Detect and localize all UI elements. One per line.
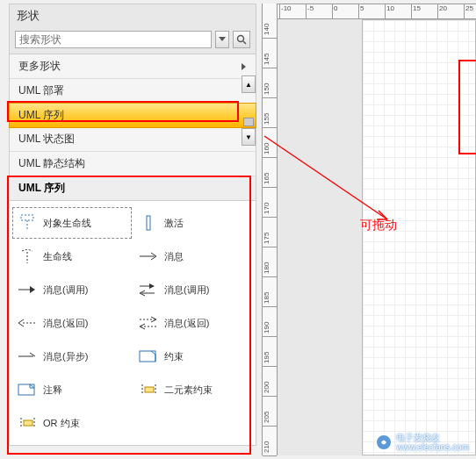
stencil-label: UML 部署 (18, 83, 64, 98)
ruler-tick: 195 (263, 349, 277, 367)
lifeline-icon (17, 247, 38, 266)
stencil-label: UML 静态结构 (18, 156, 85, 171)
shape-activation[interactable]: 激活 (134, 208, 252, 238)
stencil-item-3[interactable]: UML 静态结构 (10, 152, 256, 176)
shape-label: 消息(调用) (164, 283, 209, 297)
ruler-tick: -5 (306, 4, 314, 18)
svg-rect-2 (21, 215, 33, 220)
ruler-tick: 150 (263, 81, 277, 98)
search-row (10, 27, 256, 54)
ruler-tick: 15 (411, 4, 421, 18)
shape-label: 对象生命线 (43, 217, 91, 230)
ruler-tick: 190 (263, 319, 277, 337)
ruler-tick: -10 (279, 4, 292, 18)
drawing-page[interactable] (362, 19, 476, 455)
search-icon (236, 34, 247, 45)
shape-label: 消息(返回) (43, 317, 88, 330)
watermark-url: www.elecfans.com (396, 442, 469, 452)
shape-label: 注释 (43, 384, 62, 397)
shape-lifeline-object[interactable]: 对象生命线 (13, 208, 131, 238)
ruler-tick: 5 (358, 4, 364, 18)
ruler-tick: 165 (263, 170, 277, 188)
ruler-tick: 170 (263, 200, 277, 218)
chevron-right-icon (242, 63, 247, 70)
canvas-area[interactable] (278, 19, 476, 455)
activation-icon (138, 213, 159, 233)
message-call-icon (17, 280, 38, 299)
ruler-tick: 155 (263, 111, 277, 128)
svg-rect-20 (24, 420, 32, 426)
shape-label: 二元素约束 (164, 384, 213, 397)
stencil-item-1[interactable]: UML 序列 (9, 103, 256, 128)
message-icon (138, 247, 159, 266)
stencil-list: 更多形状 UML 部署 UML 序列 UML 状态图 UML 静态结构 ▲ ▼ (10, 54, 256, 176)
stencil-item-0[interactable]: UML 部署 (10, 79, 256, 104)
binary-constraint-icon (138, 380, 159, 399)
message-return-self-icon (138, 313, 159, 333)
search-dropdown-button[interactable] (215, 31, 229, 48)
ruler-tick: 145 (263, 51, 277, 68)
panel-title: 形状 (10, 4, 256, 27)
stencil-scroll: ▲ ▼ (242, 75, 256, 146)
svg-rect-4 (147, 216, 150, 230)
svg-line-1 (243, 41, 246, 44)
scroll-thumb[interactable] (243, 118, 254, 126)
watermark-icon (375, 434, 393, 451)
stencil-label: UML 状态图 (18, 132, 75, 147)
shape-message-return-self[interactable]: 消息(返回) (134, 308, 252, 338)
shape-or-constraint[interactable]: OR 约束 (13, 408, 131, 438)
ruler-tick: 160 (263, 140, 277, 158)
annotation-drag-label: 可拖动 (360, 218, 397, 233)
section-header: UML 序列 (10, 176, 256, 201)
shape-label: 消息(异步) (43, 350, 88, 363)
ruler-tick: 185 (263, 290, 277, 307)
lifeline-object-icon (17, 213, 38, 233)
shape-label: OR 约束 (43, 417, 80, 430)
stencil-item-2[interactable]: UML 状态图 (10, 127, 256, 152)
ruler-tick: 175 (263, 230, 277, 247)
constraint-icon (138, 347, 159, 366)
shape-constraint[interactable]: 约束 (134, 341, 252, 371)
search-input[interactable] (15, 31, 212, 48)
shape-message-async[interactable]: 消息(异步) (13, 341, 131, 371)
shape-binary-constraint[interactable]: 二元素约束 (134, 375, 252, 405)
svg-rect-17 (145, 387, 154, 392)
shape-label: 激活 (164, 217, 184, 230)
shape-label: 消息 (164, 250, 184, 263)
ruler-tick: 25 (464, 4, 473, 18)
message-call-self-icon (138, 280, 159, 299)
or-constraint-icon (17, 413, 38, 433)
watermark-name: 电子发烧友 (396, 433, 469, 442)
ruler-tick: 205 (263, 409, 277, 427)
shape-note[interactable]: 注释 (13, 375, 131, 405)
shape-message-call[interactable]: 消息(调用) (13, 275, 131, 305)
shapes-panel: 形状 更多形状 UML 部署 UML 序列 UML 状态图 UML 静态结构 ▲ (9, 4, 256, 446)
stencil-label: UML 序列 (18, 108, 64, 123)
shapes-grid: 对象生命线 激活 生命线 消息 消息(调用) 消息(调用) 消息(返回) 消息 (10, 201, 256, 445)
ruler-horizontal: -10 -5 0 5 10 15 20 25 (262, 4, 476, 19)
shape-label: 消息(返回) (164, 317, 209, 330)
ruler-tick: 20 (437, 4, 447, 18)
shape-lifeline[interactable]: 生命线 (13, 241, 131, 271)
note-icon (17, 380, 38, 399)
message-return-icon (17, 313, 38, 333)
ruler-tick: 210 (263, 439, 277, 456)
ruler-tick: 200 (263, 379, 277, 397)
scroll-up-button[interactable]: ▲ (242, 75, 256, 93)
svg-point-0 (238, 36, 244, 42)
stencil-more[interactable]: 更多形状 (10, 54, 256, 79)
shape-message-call-self[interactable]: 消息(调用) (134, 275, 252, 305)
ruler-vertical: 140 145 150 155 160 165 170 175 180 185 … (262, 4, 278, 455)
search-button[interactable] (233, 31, 250, 48)
ruler-tick: 180 (263, 260, 277, 277)
scroll-down-button[interactable]: ▼ (242, 128, 256, 146)
message-async-icon (17, 347, 38, 366)
shape-label: 消息(调用) (43, 283, 88, 297)
ruler-tick: 10 (385, 4, 394, 18)
ruler-tick: 0 (332, 4, 337, 18)
stencil-more-label: 更多形状 (18, 59, 61, 74)
watermark: 电子发烧友 www.elecfans.com (375, 433, 469, 452)
shape-message-return[interactable]: 消息(返回) (13, 308, 131, 338)
shape-message[interactable]: 消息 (134, 241, 252, 271)
shape-label: 生命线 (43, 250, 72, 263)
